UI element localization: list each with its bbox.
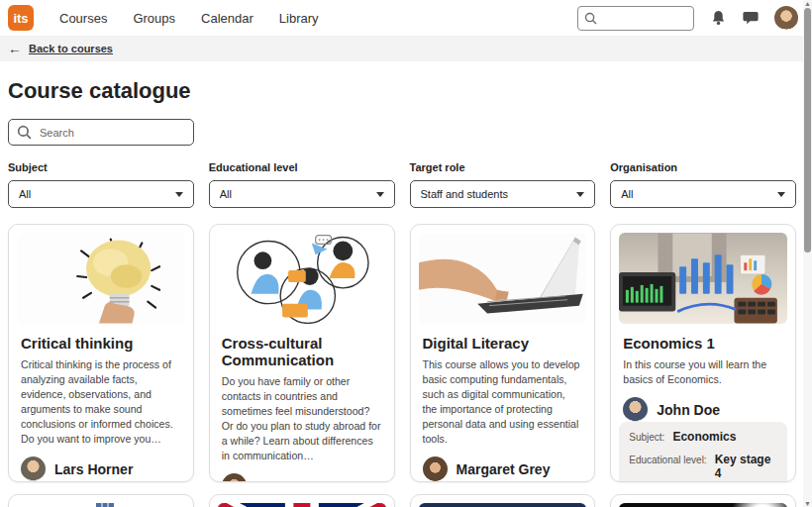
chevron-down-icon — [777, 192, 785, 197]
business-charts-image — [619, 233, 787, 324]
course-title: Cross-cultural Communication — [222, 335, 382, 368]
bell-icon — [711, 10, 726, 26]
itslearning-logo[interactable]: its — [8, 5, 34, 31]
course-grid-row-2: € ◕ ▫▪ ⚙ $ — [8, 494, 796, 507]
nav-item-courses[interactable]: Courses — [48, 11, 121, 26]
page-title: Course catalogue — [8, 78, 796, 104]
course-description: Do you have family or other contacts in … — [222, 374, 382, 463]
course-author: John Doe — [623, 397, 783, 422]
table-icon — [96, 503, 114, 507]
hand-typing-on-laptop-image — [419, 233, 587, 324]
filter-target-role-select[interactable]: Staff and students — [410, 180, 596, 208]
nav-item-groups[interactable]: Groups — [121, 11, 189, 26]
dark-abstract-image — [619, 503, 787, 507]
filter-educational-level-label: Educational level — [209, 161, 395, 173]
back-bar: ← Back to courses — [0, 36, 812, 61]
author-name: John Doe — [657, 402, 720, 418]
people-talking-illustration-image — [218, 233, 386, 324]
catalogue-search-input[interactable] — [40, 127, 178, 139]
author-avatar — [623, 397, 648, 422]
course-description: In this course you will learn the basics… — [623, 357, 783, 387]
crumpled-paper-lightbulb-image — [17, 233, 185, 324]
chevron-down-icon — [576, 192, 584, 197]
header-search-box[interactable] — [577, 6, 694, 31]
course-card-critical-thinking[interactable]: Critical thinking Critical thinking is t… — [8, 224, 194, 482]
main-content: Course catalogue Subject All Educational… — [0, 78, 812, 507]
scroll-down-icon[interactable]: ▼ — [803, 500, 812, 507]
course-card-partial-2[interactable] — [209, 494, 395, 507]
scrollbar-track[interactable]: ▲ ▼ — [803, 0, 812, 507]
scrollbar-thumb[interactable] — [804, 8, 811, 253]
filter-organisation: Organisation All — [610, 161, 796, 208]
messages-button[interactable] — [742, 9, 760, 27]
scroll-up-icon[interactable]: ▲ — [803, 0, 812, 7]
course-card-economics-1[interactable]: Economics 1 In this course you will lear… — [610, 224, 796, 482]
meta-educational-level: Educational level: Key stage 4 — [629, 453, 777, 480]
author-avatar — [222, 473, 247, 482]
author-avatar — [21, 456, 46, 481]
filter-educational-level-select[interactable]: All — [209, 180, 395, 208]
course-title: Economics 1 — [623, 335, 783, 352]
search-icon — [17, 125, 32, 140]
course-card-partial-4[interactable] — [610, 494, 796, 507]
course-title: Critical thinking — [21, 335, 181, 352]
filter-subject: Subject All — [8, 161, 194, 208]
chat-bubble-icon — [743, 11, 759, 26]
filter-subject-select[interactable]: All — [8, 180, 194, 208]
course-meta-box: Subject: Economics Educational level: Ke… — [619, 422, 787, 482]
course-author: Margaret Grey — [423, 456, 583, 481]
left-arrow-icon: ← — [8, 41, 22, 56]
filter-target-role-value: Staff and students — [421, 188, 508, 200]
course-card-partial-1[interactable]: € ◕ ▫▪ ⚙ $ — [8, 494, 194, 507]
author-name: Margaret Grey — [255, 478, 350, 482]
uk-flag-image — [218, 503, 386, 507]
filter-target-role-label: Target role — [410, 161, 596, 173]
filters-row: Subject All Educational level All Target… — [8, 161, 796, 208]
back-to-courses-link[interactable]: Back to courses — [29, 43, 113, 54]
nav-item-calendar[interactable]: Calendar — [189, 11, 267, 26]
header-search-input[interactable] — [602, 11, 681, 25]
notifications-button[interactable] — [709, 9, 727, 27]
author-name: Lars Horner — [54, 461, 133, 477]
profile-avatar[interactable] — [774, 6, 798, 30]
nav-item-library[interactable]: Library — [267, 11, 333, 26]
meta-subject: Subject: Economics — [629, 430, 777, 444]
filter-educational-level: Educational level All — [209, 161, 395, 208]
filter-target-role: Target role Staff and students — [410, 161, 596, 208]
nav-links: Courses Groups Calendar Library — [48, 11, 333, 26]
author-name: Margaret Grey — [457, 461, 551, 477]
course-author: Lars Horner — [21, 456, 181, 481]
filter-organisation-value: All — [621, 188, 633, 200]
catalogue-search-box[interactable] — [8, 119, 194, 146]
filter-educational-level-value: All — [220, 188, 232, 200]
course-grid-row-1: Critical thinking Critical thinking is t… — [8, 224, 796, 482]
chevron-down-icon — [175, 192, 183, 197]
search-icon — [584, 12, 597, 25]
finance-doodles-image: € ◕ ▫▪ ⚙ $ — [17, 503, 185, 507]
filter-organisation-label: Organisation — [610, 161, 796, 173]
course-card-partial-3[interactable] — [410, 494, 596, 507]
course-card-digital-literacy[interactable]: Digital Literacy This course allows you … — [410, 224, 596, 482]
course-title: Digital Literacy — [423, 335, 583, 352]
course-meta-box: Target role: Staff and students — [17, 481, 185, 482]
course-author: Margaret Grey — [222, 473, 382, 482]
filter-subject-value: All — [19, 188, 31, 200]
course-description: This course allows you to develop basic … — [423, 357, 583, 447]
network-globe-image — [419, 503, 587, 507]
author-avatar — [423, 456, 448, 481]
course-card-cross-cultural-communication[interactable]: Cross-cultural Communication Do you have… — [209, 224, 395, 482]
filter-subject-label: Subject — [8, 161, 194, 173]
top-navigation: its Courses Groups Calendar Library — [0, 0, 812, 36]
chevron-down-icon — [376, 192, 384, 197]
top-nav-right — [577, 6, 798, 31]
course-description: Critical thinking is the process of anal… — [21, 357, 181, 447]
course-meta-box: Subject: Computing Target role: Staff an… — [419, 481, 587, 482]
filter-organisation-select[interactable]: All — [610, 180, 796, 208]
